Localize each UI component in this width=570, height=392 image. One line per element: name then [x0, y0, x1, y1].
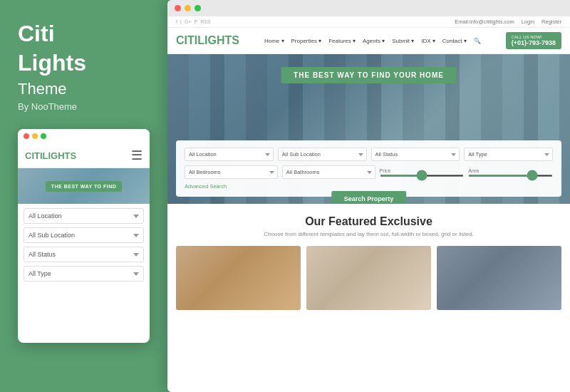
advanced-search-link[interactable]: Advanced Search [185, 183, 227, 190]
email-link[interactable]: Email:info@citilights.com [455, 19, 514, 25]
register-link[interactable]: Register [542, 19, 561, 25]
nav-right: CALL US NOW! (+01)-793-7938 [506, 32, 561, 49]
mobile-mockup: CITILIGHTS ☰ THE BEST WAY TO FIND All Lo… [18, 129, 150, 343]
property-card-1[interactable] [176, 246, 301, 310]
desktop-dot-green [195, 5, 201, 11]
search-box: All Location All Sub Location All Status… [176, 140, 561, 197]
desktop-titlebar [167, 0, 570, 16]
desktop-topbar: f t G+ P RSS Email:info@citilights.com L… [167, 16, 570, 28]
pinterest-icon[interactable]: P [194, 19, 197, 24]
nav-home[interactable]: Home ▾ [264, 38, 284, 44]
login-link[interactable]: Login [522, 19, 534, 25]
mobile-location-select[interactable]: All Location [24, 208, 144, 224]
desktop-dot-yellow [185, 5, 191, 11]
mobile-logo: CITILIGHTS [25, 150, 76, 161]
facebook-icon[interactable]: f [176, 19, 177, 24]
mobile-dot-yellow [32, 133, 38, 139]
hero-banner: THE BEST WAY TO FIND YOUR HOME [281, 67, 457, 83]
nav-idx[interactable]: IDX ▾ [421, 38, 435, 44]
nav-agents[interactable]: Agents ▾ [363, 38, 385, 44]
mobile-type-select[interactable]: All Type [24, 266, 144, 282]
googleplus-icon[interactable]: G+ [185, 19, 192, 24]
twitter-icon[interactable]: t [180, 19, 182, 24]
property-grid [176, 246, 561, 310]
search-row-1: All Location All Sub Location All Status… [185, 148, 553, 161]
mobile-dot-red [24, 133, 29, 139]
nav-contact[interactable]: Contact ▾ [442, 38, 467, 44]
right-panel: f t G+ P RSS Email:info@citilights.com L… [167, 0, 570, 392]
status-select[interactable]: All Status [371, 148, 460, 161]
area-range[interactable] [468, 175, 553, 177]
featured-section: Our Featured Exclusive Choose from diffe… [167, 204, 570, 392]
bathrooms-select[interactable]: All Bathrooms [282, 165, 375, 179]
nav-submit[interactable]: Submit ▾ [392, 38, 414, 44]
price-range[interactable] [380, 175, 465, 177]
bedrooms-select[interactable]: All Bedrooms [185, 165, 278, 179]
featured-title: Our Featured Exclusive [176, 215, 561, 228]
topbar-right: Email:info@citilights.com Login Register [455, 19, 561, 25]
mobile-form: All Location All Sub Location All Status… [18, 204, 150, 289]
mobile-sublocation-select[interactable]: All Sub Location [24, 227, 144, 243]
area-range-group: Area [468, 168, 553, 177]
sublocation-select[interactable]: All Sub Location [278, 148, 367, 161]
mobile-hero-banner: THE BEST WAY TO FIND [46, 181, 123, 192]
phone-box: CALL US NOW! (+01)-793-7938 [506, 32, 561, 49]
mobile-header: CITILIGHTS ☰ [18, 143, 150, 168]
search-row-2: All Bedrooms All Bathrooms Price Area [185, 165, 553, 179]
nav-links: Home ▾ Properties ▾ Features ▾ Agents ▾ … [264, 38, 481, 44]
rss-icon[interactable]: RSS [200, 19, 210, 24]
nav-logo: CITILIGHTS [176, 34, 239, 47]
mobile-hero: THE BEST WAY TO FIND [18, 168, 150, 204]
desktop-nav: CITILIGHTS Home ▾ Properties ▾ Features … [167, 28, 570, 54]
left-panel: Citi Lights Theme By NooTheme CITILIGHTS… [0, 0, 167, 392]
brand-title: Citi Lights Theme By NooTheme [18, 21, 150, 129]
featured-subtitle: Choose from different templates and lay … [176, 231, 561, 237]
type-select[interactable]: All Type [464, 148, 553, 161]
search-property-button[interactable]: Search Property [331, 191, 407, 204]
social-links: f t G+ P RSS [176, 19, 211, 24]
desktop-dot-red [175, 5, 181, 11]
search-bottom-row: Advanced Search [185, 183, 553, 190]
nav-features[interactable]: Features ▾ [328, 38, 356, 44]
property-card-2[interactable] [306, 246, 431, 310]
desktop-hero: THE BEST WAY TO FIND YOUR HOME All Locat… [167, 54, 570, 204]
price-range-group: Price [380, 168, 465, 177]
location-select[interactable]: All Location [185, 148, 274, 161]
hamburger-icon[interactable]: ☰ [131, 148, 142, 163]
mobile-status-select[interactable]: All Status [24, 247, 144, 262]
nav-properties[interactable]: Properties ▾ [291, 38, 322, 44]
mobile-titlebar [18, 129, 150, 143]
search-icon[interactable]: 🔍 [474, 38, 481, 44]
mobile-dot-green [41, 133, 46, 139]
property-card-3[interactable] [437, 246, 561, 310]
